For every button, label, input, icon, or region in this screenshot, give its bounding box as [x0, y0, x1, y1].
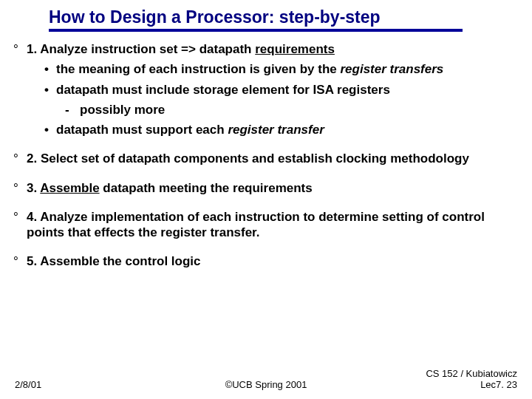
- step-5-text: 5. Assemble the control logic: [27, 254, 201, 268]
- step-2-text: 2. Select set of datapath components and…: [27, 151, 469, 166]
- slide-title: How to Design a Processor: step-by-step: [49, 7, 381, 30]
- step-4: 4. Analyze implementation of each instru…: [13, 209, 517, 241]
- step-1-sub-1: the meaning of each instruction is given…: [27, 61, 517, 77]
- step-1-sub-3-text: datapath must support each: [56, 123, 228, 137]
- step-4-text: 4. Analyze implementation of each instru…: [27, 210, 485, 239]
- step-3: 3. Assemble datapath meeting the require…: [13, 180, 517, 196]
- step-3-text-a: 3.: [27, 181, 40, 195]
- step-1-sub-3-em: register transfer: [228, 123, 324, 137]
- step-1-sub-2a-text: possibly more: [80, 103, 165, 117]
- step-1-sub-2a: possibly more: [27, 102, 517, 117]
- step-1-sub-3: datapath must support each register tran…: [27, 122, 517, 137]
- step-1-text-a: 1. Analyze instruction set => datapath: [27, 42, 255, 56]
- step-1-sub-1-text: the meaning of each instruction is given…: [56, 62, 340, 76]
- footer-course: CS 152 / Kubiatowicz Lec7. 23: [426, 369, 517, 390]
- step-2: 2. Select set of datapath components and…: [13, 151, 517, 166]
- step-1: 1. Analyze instruction set => datapath r…: [13, 41, 517, 137]
- step-1-sub-2: datapath must include storage element fo…: [27, 82, 517, 98]
- step-1-text-b: requirements: [255, 42, 335, 56]
- step-1-sub-2-text: datapath must include storage element fo…: [56, 83, 390, 97]
- content-body: 1. Analyze instruction set => datapath r…: [13, 41, 517, 283]
- step-1-sub-1-em: register transfers: [340, 62, 443, 76]
- slide: How to Design a Processor: step-by-step …: [0, 0, 532, 399]
- step-3-text-c: datapath meeting the requirements: [100, 181, 313, 195]
- step-5: 5. Assemble the control logic: [13, 253, 517, 269]
- title-block: How to Design a Processor: step-by-step: [49, 7, 463, 32]
- step-3-text-b: Assemble: [40, 181, 99, 195]
